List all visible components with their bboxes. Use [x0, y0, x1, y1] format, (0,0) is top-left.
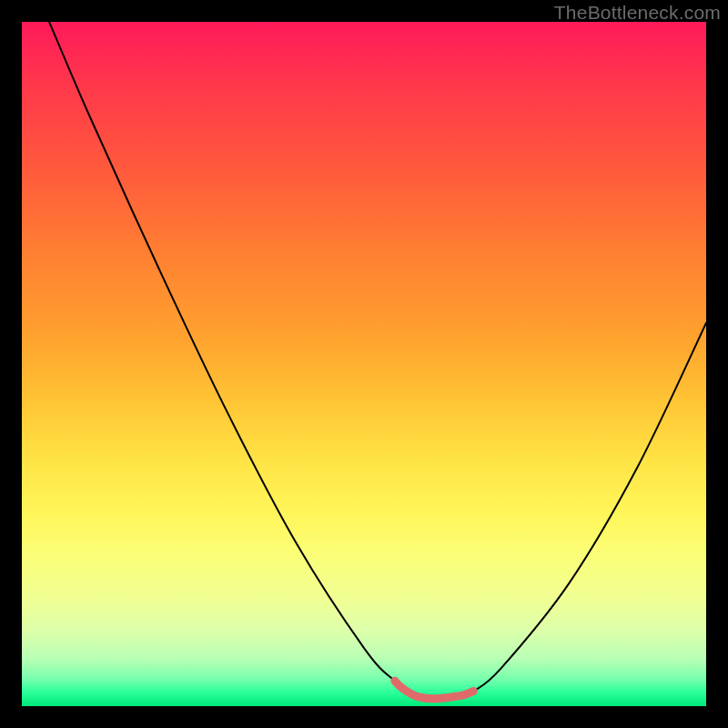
main-curve-path — [49, 22, 706, 699]
plot-area — [22, 22, 706, 706]
valley-highlight-path — [395, 681, 473, 699]
chart-svg — [22, 22, 706, 706]
watermark-text: TheBottleneck.com — [554, 2, 721, 24]
chart-frame: TheBottleneck.com — [0, 0, 728, 728]
